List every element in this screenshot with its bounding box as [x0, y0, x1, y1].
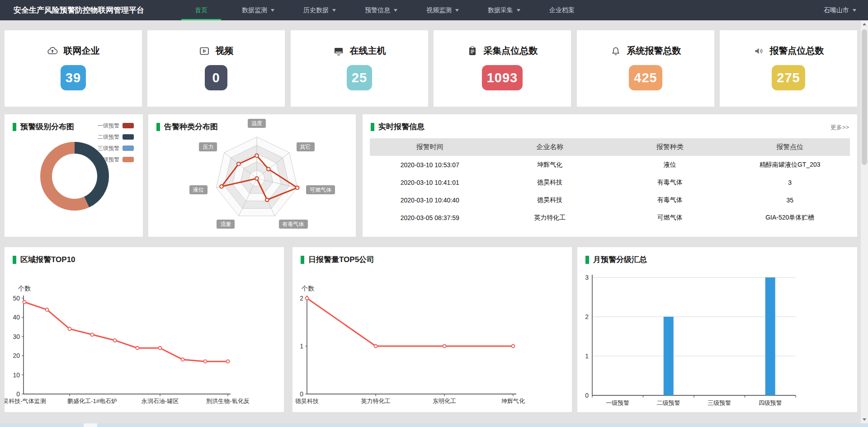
svg-text:鹏盛化工-1#电石炉: 鹏盛化工-1#电石炉 [67, 398, 117, 404]
table-cell: 2020-03-10 10:41:01 [370, 179, 490, 186]
nav-item-label: 视频监测 [426, 6, 452, 14]
stat-card-header: 采集点位总数 [434, 45, 571, 57]
svg-text:个数: 个数 [18, 285, 31, 292]
svg-text:50: 50 [13, 295, 20, 302]
stat-card-0: 联网企业39 [5, 30, 142, 107]
stat-card-2: 在线主机25 [291, 30, 428, 107]
table-cell: 2020-03-10 10:40:40 [370, 197, 490, 204]
vertical-scrollbar[interactable] [861, 20, 868, 423]
nav-item-home[interactable]: 首页 [181, 0, 221, 20]
radar-axis-label-6: 压力 [199, 142, 217, 151]
table-row[interactable]: 2020-03-10 10:41:01德昊科技有毒气体3 [370, 174, 850, 191]
table-header-row: 报警时间企业名称报警种类报警点位 [370, 138, 850, 156]
svg-text:个数: 个数 [301, 285, 314, 292]
svg-text:英力特化工: 英力特化工 [361, 398, 391, 404]
chevron-down-icon [332, 9, 336, 12]
table-cell: 英力特化工 [490, 214, 610, 222]
region-selector[interactable]: 石嘴山市 [824, 6, 856, 14]
svg-text:30: 30 [13, 333, 20, 340]
nav-item-3[interactable]: 预警信息 [357, 0, 406, 20]
svg-text:0: 0 [300, 390, 303, 398]
table-row[interactable]: 2020-03-05 08:37:59英力特化工可燃气体GIA-520单体贮槽 [370, 209, 850, 226]
table-row[interactable]: 2020-03-10 10:40:40德昊科技有毒气体35 [370, 191, 850, 209]
stat-card-3: 采集点位总数1093 [434, 30, 571, 107]
nav-item-label: 数据采集 [488, 6, 513, 14]
radar-axis-label-2: 可燃气体 [306, 185, 335, 194]
bottom-horizontal-scrollbar[interactable] [0, 423, 868, 427]
horizontal-scrollbar-segment [84, 423, 97, 427]
speaker-icon [753, 46, 764, 56]
green-block-icon [371, 123, 374, 131]
nav-menu: 首页数据监测历史数据预警信息视频监测数据采集企业档案 [175, 0, 589, 20]
table-cell: 有毒气体 [610, 196, 730, 204]
nav-item-6[interactable]: 企业档案 [541, 0, 583, 20]
table-card-title-text: 实时报警信息 [378, 122, 425, 132]
svg-text:1: 1 [585, 352, 589, 360]
svg-text:三级预警: 三级预警 [708, 399, 731, 406]
stat-card-5: 报警点位总数275 [720, 30, 857, 107]
svg-text:20: 20 [13, 352, 20, 359]
svg-text:0: 0 [16, 390, 20, 398]
chevron-down-icon [863, 418, 866, 421]
stat-card-1: 视频0 [147, 30, 285, 107]
stat-label: 视频 [216, 45, 234, 57]
stat-card-header: 联网企业 [5, 45, 142, 57]
table-cell: 液位 [610, 161, 730, 169]
table-header-cell: 报警点位 [730, 143, 850, 151]
svg-text:10: 10 [13, 371, 20, 379]
radar-axis-label-0: 温度 [248, 119, 266, 128]
svg-text:昊科技-气体监测: 昊科技-气体监测 [5, 398, 46, 404]
alarm-type-radar-card: 告警种类分布图 温度其它可燃气体有毒气体流量液位压力 [148, 114, 356, 237]
stat-value-badge: 1093 [482, 65, 523, 90]
stat-card-header: 在线主机 [291, 45, 428, 57]
monitor-icon [333, 46, 344, 56]
table-header-cell: 报警种类 [610, 143, 730, 151]
chevron-down-icon [853, 9, 856, 12]
table-cell: 坤辉气化 [490, 161, 610, 169]
clipboard-icon [467, 46, 478, 56]
nav-item-5[interactable]: 数据采集 [480, 0, 528, 20]
chevron-down-icon [517, 9, 520, 12]
svg-text:东明化工: 东明化工 [433, 398, 456, 404]
realtime-alarm-table: 报警时间企业名称报警种类报警点位2020-03-10 10:53:07坤辉气化液… [370, 138, 850, 226]
nav-item-label: 数据监测 [242, 6, 267, 14]
stat-label: 系统报警总数 [627, 45, 681, 57]
card-title: 实时报警信息 [371, 122, 425, 132]
table-cell: 德昊科技 [490, 178, 610, 187]
stat-value-badge: 0 [205, 65, 227, 90]
table-cell: 3 [730, 179, 850, 186]
scroll-down-arrow[interactable] [861, 416, 868, 423]
nav-item-1[interactable]: 数据监测 [234, 0, 283, 20]
app-title: 安全生产风险预警防控物联网管理平台 [14, 5, 144, 15]
dashboard-page: 安全生产风险预警防控物联网管理平台 首页数据监测历史数据预警信息视频监测数据采集… [0, 0, 868, 427]
stat-card-header: 系统报警总数 [577, 45, 714, 57]
chevron-down-icon [271, 9, 274, 12]
table-row[interactable]: 2020-03-10 10:53:07坤辉气化液位精醇南罐液位GT_203 [370, 156, 850, 174]
nav-item-2[interactable]: 历史数据 [295, 0, 344, 20]
svg-text:二级预警: 二级预警 [657, 399, 680, 406]
monthly-warning-summary-card: 月预警分级汇总 0123一级预警二级预警三级预警四级预警 [577, 247, 857, 412]
table-cell: 可燃气体 [610, 214, 730, 222]
svg-text:荆洪生物-氧化反: 荆洪生物-氧化反 [206, 398, 249, 404]
stat-card-header: 视频 [147, 45, 285, 57]
scroll-up-arrow[interactable] [861, 20, 868, 28]
table-cell: 35 [730, 197, 850, 204]
region-alarm-top10-card: 区域报警TOP10 个数01020304050昊科技-气体监测鹏盛化工-1#电石… [5, 247, 284, 412]
nav-item-label: 预警信息 [365, 6, 390, 14]
svg-text:坤辉气化: 坤辉气化 [501, 398, 525, 404]
table-cell: 德昊科技 [490, 196, 610, 204]
nav-item-label: 企业档案 [549, 6, 575, 14]
stat-label: 报警点位总数 [770, 45, 824, 57]
svg-text:四级预警: 四级预警 [759, 399, 782, 406]
bell-icon [610, 46, 621, 56]
svg-text:3: 3 [585, 274, 589, 281]
warning-level-pie-card: 预警级别分布图 一级预警二级预警三级预警四级预警 [5, 114, 143, 237]
chevron-up-icon [863, 23, 866, 25]
more-link[interactable]: 更多>> [830, 123, 849, 131]
stat-value-badge: 275 [772, 65, 805, 90]
cloud-upload-icon [47, 46, 58, 56]
video-icon [199, 46, 210, 56]
nav-item-4[interactable]: 视频监测 [418, 0, 467, 20]
chevron-down-icon [394, 9, 397, 12]
scrollbar-thumb[interactable] [862, 29, 867, 165]
